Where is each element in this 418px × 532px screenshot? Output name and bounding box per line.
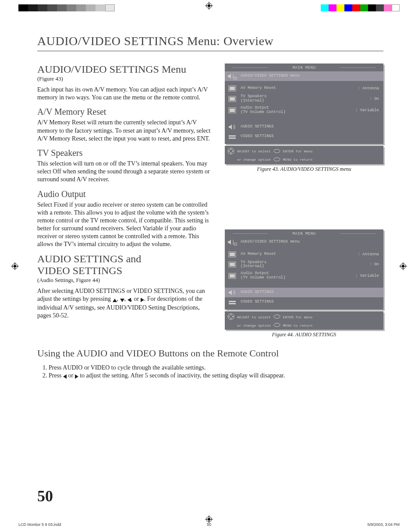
registration-mark-icon (399, 262, 407, 270)
video-icon (227, 299, 237, 306)
dpad-icon (227, 313, 234, 321)
svg-rect-22 (230, 109, 235, 112)
osd-help-text: or change option (237, 158, 271, 162)
speaker-video-icon (227, 239, 237, 246)
color-swatches (321, 4, 400, 11)
osd-row: AV Memory Reset : Antenna (225, 84, 383, 93)
svg-rect-18 (230, 87, 235, 90)
osd-label: AUDIO/VIDEO SETTINGS menu (241, 74, 379, 78)
osd-label: VIDEO SETTINGS (241, 300, 379, 304)
video-icon (227, 133, 237, 140)
osd-label: VIDEO SETTINGS (241, 134, 379, 139)
registration-mark-icon (11, 262, 19, 270)
footer-metadata: LCD Monitor 5 8 03.indd 50 5/8/2003, 3:0… (18, 522, 400, 527)
svg-point-27 (274, 158, 280, 161)
osd-row: TV Speakers(Internal) : On (225, 259, 383, 271)
page-title: AUDIO/VIDEO SETTINGS Menu: Overview (37, 34, 383, 48)
osd-footer: or change option MENU to return (225, 321, 383, 330)
page-content: AUDIO/VIDEO SETTINGS Menu: Overview AUDI… (37, 26, 383, 504)
osd-help-text: ADJUST to select (237, 149, 271, 153)
osd-value: : On (369, 262, 379, 267)
osd-value: : Variable (355, 274, 379, 278)
osd-label: TV Speakers(Internal) (241, 95, 366, 103)
osd-label: Audio Output(TV Volume Control) (241, 271, 352, 280)
osd-title: MAIN MENU (225, 229, 383, 237)
osd-row: Audio Output(TV Volume Control) : Variab… (225, 270, 383, 282)
step-fragment: to adjust the setting. After 5 seconds o… (78, 372, 285, 379)
svg-rect-34 (230, 274, 235, 278)
osd-row: TV Speakers(Internal) : On (225, 93, 383, 105)
osd-help-text: ADJUST to select (237, 315, 271, 319)
speaker-icon (227, 289, 237, 296)
svg-rect-20 (230, 97, 235, 101)
dpad-icon (227, 148, 234, 155)
arrow-left-icon (63, 373, 67, 380)
heading-av-menu: AUDIO/VIDEO SETTINGS Menu (37, 63, 213, 75)
svg-point-26 (274, 149, 280, 153)
heading-tv-speakers: TV Speakers (37, 148, 213, 158)
right-column: MAIN MENU AUDIO/VIDEO SETTINGS menu AV M… (225, 63, 383, 338)
tv-icon (227, 85, 237, 92)
figure-ref: (Figure 43) (37, 75, 213, 82)
osd-help-text: or change option (237, 324, 271, 328)
osd-label: TV Speakers(Internal) (241, 261, 366, 269)
svg-rect-24 (229, 137, 236, 139)
svg-rect-28 (234, 243, 237, 245)
heading-audio-output: Audio Output (37, 189, 213, 199)
button-icon (273, 157, 280, 162)
left-column: AUDIO/VIDEO SETTINGS Menu (Figure 43) Ea… (37, 63, 213, 338)
svg-rect-23 (229, 135, 236, 137)
bottom-section: Using the AUDIO and VIDEO Buttons on the… (37, 348, 383, 380)
osd-footer: or change option MENU to return (225, 155, 383, 164)
heading-av-reset: A/V Memory Reset (37, 107, 213, 117)
figure-43-osd: MAIN MENU AUDIO/VIDEO SETTINGS menu AV M… (225, 63, 383, 144)
osd-value: : Antenna (358, 86, 379, 91)
button-icon (273, 323, 280, 328)
registration-mark-icon (205, 2, 213, 10)
heading-remote-buttons: Using the AUDIO and VIDEO Buttons on the… (37, 348, 383, 359)
figure-caption: Figure 43. AUDIO/VIDEO SETTINGS menu (225, 166, 383, 173)
svg-point-38 (274, 315, 280, 318)
heading-audio-settings: AUDIO SETTINGS and (37, 253, 213, 265)
figure-caption: Figure 44. AUDIO SETTINGS (225, 331, 383, 338)
arrow-up-icon (113, 296, 117, 304)
arrow-right-icon (75, 373, 78, 380)
osd-help-text: ENTER for menu (283, 315, 312, 319)
osd-row: AV Memory Reset : Antenna (225, 250, 383, 259)
button-icon (273, 314, 280, 320)
tv-icon (227, 95, 237, 102)
osd-value: : Antenna (358, 252, 379, 257)
svg-rect-36 (229, 303, 236, 304)
body-text: This selection will turn on or off the T… (37, 160, 213, 184)
osd-row: AUDIO SETTINGS (225, 122, 383, 132)
osd-help-text: ENTER for menu (283, 149, 312, 153)
step-fragment: or (67, 372, 75, 379)
tv-icon (227, 272, 237, 279)
arrow-left-icon (128, 296, 131, 304)
osd-label: AUDIO/VIDEO SETTINGS menu (241, 240, 379, 244)
page-number: 50 (37, 487, 53, 505)
tv-icon (227, 107, 237, 114)
svg-rect-32 (230, 263, 235, 266)
figure-44-osd: MAIN MENU AUDIO/VIDEO SETTINGS menu AV M… (225, 229, 383, 310)
steps-list: Press AUDIO or VIDEO to cycle through th… (49, 364, 383, 380)
osd-label: AV Memory Reset (241, 252, 354, 257)
osd-row: VIDEO SETTINGS (225, 132, 383, 141)
figure-ref: (Audio Settings, Figure 44) (37, 277, 213, 284)
footer-page: 50 (207, 522, 211, 527)
heading-video-settings: VIDEO SETTINGS (37, 265, 213, 277)
osd-label: Audio Output(TV Volume Control) (241, 106, 352, 115)
osd-row: VIDEO SETTINGS (225, 297, 383, 307)
osd-row-selected: AUDIO/VIDEO SETTINGS menu (225, 71, 383, 81)
osd-row: AUDIO/VIDEO SETTINGS menu (225, 237, 383, 247)
svg-rect-30 (230, 253, 235, 256)
grayscale-swatches (18, 4, 115, 11)
osd-row-selected: AUDIO SETTINGS (225, 288, 383, 297)
tv-icon (227, 251, 237, 258)
step-fragment: Press (49, 372, 63, 379)
body-text: After selecting AUDIO SETTINGS or VIDEO … (37, 287, 213, 320)
step-item: Press AUDIO or VIDEO to cycle through th… (49, 364, 383, 371)
osd-label: AUDIO SETTINGS (241, 290, 379, 295)
svg-point-39 (274, 323, 280, 327)
title-rule (37, 51, 383, 51)
